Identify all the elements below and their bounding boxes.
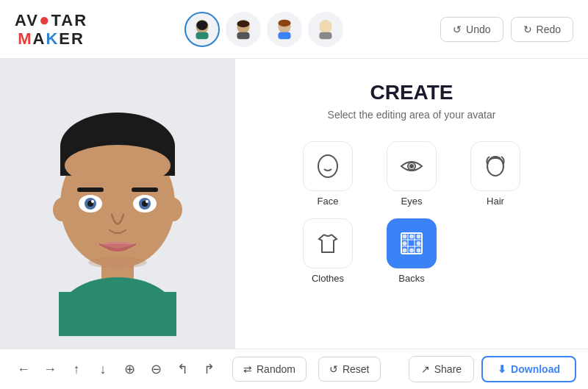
- svg-rect-13: [59, 292, 176, 336]
- undo-label: Undo: [466, 24, 490, 35]
- create-title: CREATE: [370, 81, 453, 104]
- avatar-preview-list: [184, 12, 343, 47]
- options-grid: Face Eyes: [295, 141, 528, 284]
- svg-rect-5: [237, 32, 249, 39]
- avatar-preview-3[interactable]: [267, 12, 302, 47]
- option-clothes[interactable]: Clothes: [295, 218, 361, 284]
- svg-point-45: [404, 249, 406, 252]
- backs-label: Backs: [398, 273, 424, 284]
- avatar-preview-1[interactable]: [184, 12, 220, 47]
- svg-point-16: [165, 198, 182, 221]
- zoom-in-button[interactable]: ⊕: [118, 357, 141, 381]
- toolbar-nav: ← → ↑ ↓ ⊕ ⊖ ↰ ↱: [12, 357, 220, 381]
- toolbar-right: ↗ Share ⬇ Download: [409, 356, 576, 382]
- share-button[interactable]: ↗ Share: [409, 356, 474, 382]
- logo-text-line1: AV●TAR: [15, 10, 87, 29]
- svg-rect-2: [196, 32, 208, 39]
- hair-label: Hair: [487, 196, 504, 207]
- nav-down-button[interactable]: ↓: [91, 357, 115, 381]
- redo-icon: ↻: [523, 24, 532, 35]
- face-label: Face: [318, 196, 339, 207]
- redo-label: Redo: [537, 24, 561, 35]
- nav-right-button[interactable]: →: [38, 357, 62, 381]
- svg-point-42: [417, 235, 420, 238]
- bottom-toolbar: ← → ↑ ↓ ⊕ ⊖ ↰ ↱ ⇄ Random ↺ Reset ↗ Share…: [0, 349, 588, 389]
- reset-label: Reset: [343, 363, 370, 375]
- svg-rect-8: [278, 32, 290, 39]
- avatar-preview-4[interactable]: [308, 12, 343, 47]
- svg-point-44: [417, 242, 420, 245]
- svg-point-28: [91, 200, 94, 203]
- svg-point-1: [196, 20, 207, 29]
- svg-point-40: [404, 235, 406, 238]
- share-label: Share: [434, 363, 462, 375]
- main-content: CREATE Select the editing area of your a…: [0, 59, 588, 349]
- undo-button[interactable]: ↺ Undo: [440, 17, 503, 42]
- avatar-preview-2[interactable]: [226, 12, 261, 47]
- avatar-canvas: [0, 59, 235, 349]
- nav-up-button[interactable]: ↑: [65, 357, 88, 381]
- rotate-right-button[interactable]: ↱: [197, 357, 220, 381]
- download-button[interactable]: ⬇ Download: [481, 356, 576, 382]
- option-eyes[interactable]: Eyes: [379, 141, 445, 207]
- svg-point-19: [65, 145, 171, 186]
- nav-left-button[interactable]: ←: [12, 357, 35, 381]
- svg-rect-21: [132, 188, 158, 192]
- undo-icon: ↺: [453, 24, 462, 35]
- option-face[interactable]: Face: [295, 141, 361, 207]
- avatar-face: [22, 86, 213, 321]
- svg-point-33: [410, 165, 413, 168]
- toolbar-left: ← → ↑ ↓ ⊕ ⊖ ↰ ↱ ⇄ Random ↺ Reset: [12, 357, 381, 382]
- svg-point-47: [417, 249, 420, 252]
- svg-point-4: [237, 20, 249, 27]
- svg-point-31: [318, 155, 337, 177]
- svg-point-41: [410, 235, 413, 238]
- logo-text-line2: MAKER: [18, 30, 85, 48]
- reset-icon: ↺: [329, 363, 338, 375]
- header-actions: ↺ Undo ↻ Redo: [440, 17, 573, 42]
- svg-rect-10: [319, 32, 331, 39]
- svg-point-46: [410, 249, 413, 252]
- random-label: Random: [257, 363, 295, 375]
- create-subtitle: Select the editing area of your avatar: [328, 109, 496, 121]
- redo-button[interactable]: ↻ Redo: [511, 17, 573, 42]
- hair-icon-box: [470, 141, 520, 191]
- share-icon: ↗: [421, 363, 430, 375]
- create-panel: CREATE Select the editing area of your a…: [235, 59, 588, 349]
- eyes-icon-box: [387, 141, 437, 191]
- svg-point-7: [278, 19, 290, 26]
- face-icon-box: [303, 141, 353, 191]
- option-backs[interactable]: Backs: [379, 218, 445, 284]
- random-icon: ⇄: [243, 363, 252, 375]
- svg-rect-20: [77, 188, 104, 192]
- download-label: Download: [511, 363, 560, 375]
- backs-icon-box: [387, 218, 437, 268]
- app-header: AV●TAR MAKER: [0, 0, 588, 59]
- clothes-icon-box: [303, 218, 353, 268]
- svg-point-29: [146, 200, 148, 203]
- clothes-label: Clothes: [312, 273, 344, 284]
- download-icon: ⬇: [498, 363, 506, 375]
- reset-button[interactable]: ↺ Reset: [318, 357, 381, 382]
- eyes-label: Eyes: [401, 196, 423, 207]
- app-logo: AV●TAR MAKER: [15, 10, 87, 48]
- svg-point-30: [88, 257, 147, 268]
- random-button[interactable]: ⇄ Random: [232, 357, 306, 382]
- rotate-left-button[interactable]: ↰: [171, 357, 194, 381]
- svg-point-43: [404, 242, 406, 245]
- svg-point-15: [53, 198, 71, 221]
- zoom-out-button[interactable]: ⊖: [144, 357, 168, 381]
- svg-point-9: [319, 19, 331, 33]
- option-hair[interactable]: Hair: [462, 141, 528, 207]
